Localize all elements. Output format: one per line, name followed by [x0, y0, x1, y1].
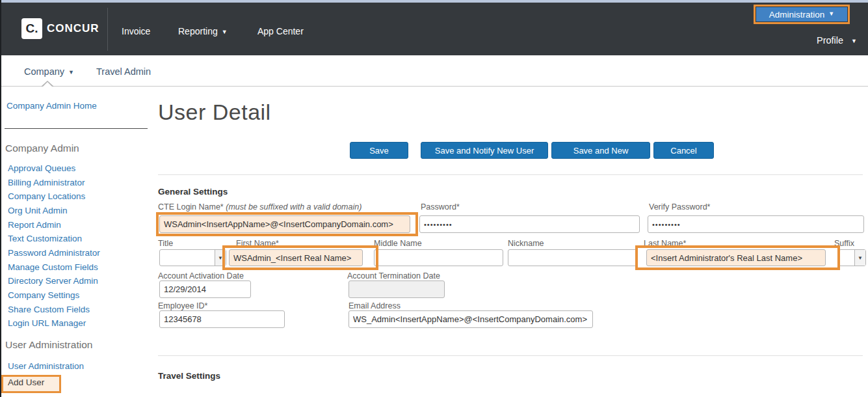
sidebar-item-user-administration[interactable]: User Administration	[8, 361, 84, 371]
nav-item-reporting[interactable]: Reporting▼	[178, 26, 228, 36]
concur-logo-icon: C.	[21, 18, 42, 39]
concur-admin-page: C. CONCUR Invoice Reporting▼ App Center …	[0, 0, 868, 397]
active-tab-pointer-fill	[42, 82, 53, 87]
sidebar-item-org-unit-admin[interactable]: Org Unit Admin	[8, 206, 68, 215]
section-divider-bottom	[158, 355, 863, 356]
nav-item-invoice[interactable]: Invoice	[122, 26, 150, 36]
top-navigation-bar: C. CONCUR Invoice Reporting▼ App Center …	[0, 3, 868, 55]
sub-navigation-bar: Company▼ Travel Admin	[0, 55, 868, 87]
sidebar-item-company-settings[interactable]: Company Settings	[8, 290, 79, 300]
last-name-label: Last Name*	[644, 239, 686, 248]
cte-login-name-note: (must be suffixed with a valid domain)	[226, 202, 362, 212]
profile-label: Profile	[817, 35, 843, 46]
cte-login-name-label: CTE Login Name* (must be suffixed with a…	[158, 202, 362, 212]
termination-date-label: Account Termination Date	[347, 271, 440, 281]
nav-item-reporting-label: Reporting	[178, 26, 218, 36]
administration-label: Administration	[769, 10, 825, 20]
page-title: User Detail	[158, 100, 271, 125]
password-label: Password*	[421, 202, 460, 212]
nav-item-app-center-label: App Center	[257, 26, 304, 36]
employee-id-label: Employee ID*	[158, 301, 207, 310]
verify-password-label: Verify Password*	[649, 202, 710, 212]
sidebar-item-billing-administrator[interactable]: Billing Administrator	[8, 178, 85, 187]
tab-company[interactable]: Company▼	[24, 66, 74, 77]
password-input[interactable]	[419, 215, 640, 233]
chevron-down-icon: ▼	[828, 10, 834, 17]
cancel-button[interactable]: Cancel	[653, 142, 714, 159]
title-label: Title	[158, 239, 173, 248]
save-button[interactable]: Save	[350, 142, 408, 159]
general-settings-heading: General Settings	[158, 187, 228, 197]
suffix-select[interactable]: ▼	[839, 249, 866, 266]
highlight-box-administration: Administration▼	[754, 5, 850, 24]
tab-company-label: Company	[24, 66, 64, 77]
nav-item-invoice-label: Invoice	[122, 26, 150, 36]
save-and-new-button[interactable]: Save and New	[551, 142, 650, 159]
suffix-label: Suffix	[834, 239, 854, 248]
sidebar-item-approval-queues[interactable]: Approval Queues	[8, 163, 75, 173]
administration-menu-button[interactable]: Administration▼	[756, 7, 847, 21]
activation-date-input[interactable]	[159, 281, 251, 298]
middle-name-label: Middle Name	[374, 239, 422, 248]
sidebar-item-share-custom-fields[interactable]: Share Custom Fields	[8, 305, 90, 314]
first-name-input[interactable]	[229, 249, 363, 266]
chevron-down-icon: ▼	[68, 69, 74, 75]
email-address-label: Email Address	[349, 301, 401, 310]
nickname-input[interactable]	[508, 249, 637, 266]
sidebar-divider	[5, 128, 148, 129]
sidebar-item-login-url-manager[interactable]: Login URL Manager	[8, 318, 86, 328]
concur-logo[interactable]: C. CONCUR	[21, 18, 99, 39]
nav-item-app-center[interactable]: App Center	[257, 26, 304, 36]
sidebar-item-add-user[interactable]: Add User	[8, 377, 44, 387]
chevron-down-icon: ▼	[222, 29, 228, 35]
sidebar-item-directory-server-admin[interactable]: Directory Server Admin	[8, 276, 98, 286]
title-select[interactable]: ▼	[159, 249, 226, 266]
tab-travel-admin[interactable]: Travel Admin	[96, 66, 151, 77]
profile-menu[interactable]: Profile▼	[817, 35, 857, 46]
verify-password-input[interactable]	[648, 215, 864, 233]
activation-date-label: Account Activation Date	[158, 271, 244, 281]
concur-logo-text: CONCUR	[47, 22, 99, 35]
sidebar-section-user-administration: User Administration	[5, 339, 92, 351]
email-address-input[interactable]	[349, 310, 593, 328]
sidebar-item-company-admin-home[interactable]: Company Admin Home	[7, 101, 97, 111]
chevron-down-icon: ▼	[215, 250, 226, 266]
nav-divider	[107, 8, 108, 51]
first-name-label: First Name*	[236, 239, 279, 248]
sidebar-item-text-customization[interactable]: Text Customization	[8, 234, 82, 243]
last-name-input[interactable]	[646, 249, 826, 266]
sidebar-item-manage-custom-fields[interactable]: Manage Custom Fields	[8, 262, 98, 272]
sidebar-item-password-administrator[interactable]: Password Administrator	[8, 248, 100, 258]
sidebar-section-company-admin: Company Admin	[5, 143, 79, 154]
sidebar-item-report-admin[interactable]: Report Admin	[8, 220, 61, 230]
chevron-down-icon: ▼	[854, 250, 865, 266]
save-and-notify-button[interactable]: Save and Notify New User	[421, 142, 548, 159]
nickname-label: Nickname	[508, 239, 544, 248]
chevron-down-icon: ▼	[851, 38, 857, 44]
middle-name-input[interactable]	[374, 249, 503, 266]
sidebar-item-company-locations[interactable]: Company Locations	[8, 191, 85, 201]
tab-travel-admin-label: Travel Admin	[96, 66, 151, 77]
cte-login-name-input[interactable]	[159, 215, 410, 233]
employee-id-input[interactable]	[159, 310, 285, 328]
travel-settings-heading: Travel Settings	[158, 371, 220, 381]
cte-login-name-label-text: CTE Login Name*	[158, 202, 224, 212]
termination-date-input[interactable]	[349, 281, 445, 298]
window-left-edge	[0, 0, 1, 397]
section-divider-top	[158, 174, 863, 175]
